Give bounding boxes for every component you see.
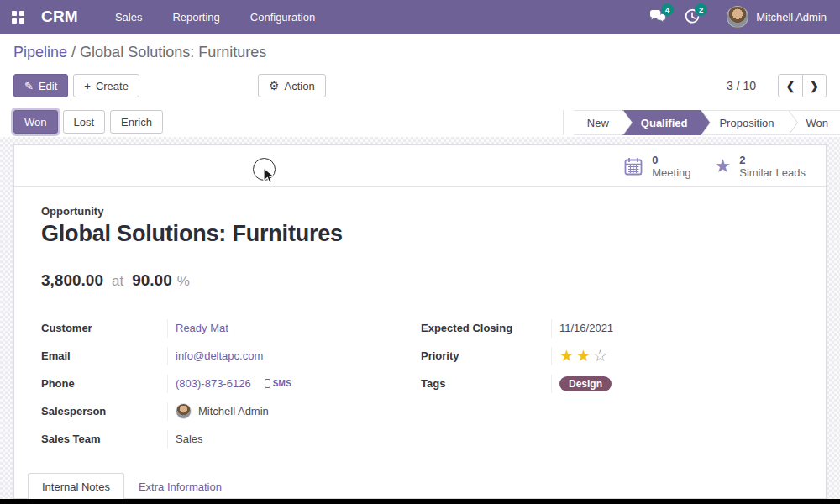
field-row-tags: Tags Design xyxy=(421,370,799,397)
pager-prev-button[interactable]: ❮ xyxy=(779,75,802,97)
calendar-icon xyxy=(623,156,643,176)
activities-icon[interactable]: 2 xyxy=(678,0,706,34)
priority-label: Priority xyxy=(421,349,551,362)
customer-link[interactable]: Ready Mat xyxy=(176,322,228,334)
tab-extra-information[interactable]: Extra Information xyxy=(124,473,236,501)
email-label: Email xyxy=(41,349,167,362)
chevron-right-icon: ❯ xyxy=(810,80,819,92)
main-background: 0 Meeting ★ 2 Similar Leads Opportunity … xyxy=(0,137,840,504)
email-link[interactable]: info@deltapc.com xyxy=(176,349,263,362)
field-row-phone: Phone (803)-873-6126 SMS xyxy=(41,370,421,397)
field-row-priority: Priority ★ ★ ☆ xyxy=(421,342,799,370)
percent-sign: % xyxy=(177,273,190,290)
pager-next-button[interactable]: ❯ xyxy=(802,75,826,97)
messages-count-badge: 4 xyxy=(661,3,674,16)
meeting-count: 0 xyxy=(652,154,690,166)
pager-buttons: ❮ ❯ xyxy=(778,74,827,97)
meeting-label: Meeting xyxy=(652,166,690,179)
expected-closing-label: Expected Closing xyxy=(421,322,551,334)
pipeline-stagebar: New Qualified Proposition Won xyxy=(563,110,840,135)
salesperson-avatar xyxy=(176,403,192,419)
similar-leads-count: 2 xyxy=(739,154,806,166)
stage-proposition[interactable]: Proposition xyxy=(701,110,787,135)
phone-link[interactable]: (803)-873-6126 xyxy=(176,377,251,390)
breadcrumb-current: Global Solutions: Furnitures xyxy=(80,44,266,60)
messages-icon[interactable]: 4 xyxy=(644,0,673,34)
breadcrumb-separator: / xyxy=(71,44,76,60)
at-word: at xyxy=(112,273,123,290)
mouse-cursor xyxy=(263,167,276,185)
priority-star-1[interactable]: ★ xyxy=(559,348,574,364)
action-menu-wrap: ⚙ Action xyxy=(258,74,326,97)
edit-button[interactable]: ✎ Edit xyxy=(13,74,68,97)
nav-item-configuration[interactable]: Configuration xyxy=(239,1,327,34)
app-brand[interactable]: CRM xyxy=(41,8,78,26)
mark-won-button[interactable]: Won xyxy=(13,110,58,134)
sms-label: SMS xyxy=(273,379,292,388)
field-row-salesperson: Salesperson Mitchell Admin xyxy=(41,397,421,425)
expected-revenue-row: 3,800.00 at 90.00 % xyxy=(41,271,799,290)
chevron-left-icon: ❮ xyxy=(786,80,795,92)
mobile-phone-icon xyxy=(265,379,270,388)
stage-qualified[interactable]: Qualified xyxy=(622,110,701,135)
status-action-buttons: Won Lost Enrich xyxy=(13,110,163,134)
stage-new[interactable]: New xyxy=(574,110,622,135)
opportunity-title: Global Solutions: Furnitures xyxy=(41,221,799,247)
opportunity-sheet: Opportunity Global Solutions: Furnitures… xyxy=(14,187,826,453)
field-row-expected-closing: Expected Closing 11/16/2021 xyxy=(421,314,799,342)
meeting-stat-button[interactable]: 0 Meeting xyxy=(612,145,702,186)
breadcrumb-pipeline-link[interactable]: Pipeline xyxy=(13,44,67,60)
plus-icon: + xyxy=(84,81,91,92)
crm-app-window: CRM Sales Reporting Configuration 4 2 xyxy=(0,0,840,504)
screen-bottom-letterbox xyxy=(0,499,840,504)
gear-icon: ⚙ xyxy=(269,81,280,92)
nav-item-reporting[interactable]: Reporting xyxy=(160,1,231,34)
stat-button-bar: 0 Meeting ★ 2 Similar Leads xyxy=(14,145,826,187)
tags-label: Tags xyxy=(421,377,551,390)
field-row-customer: Customer Ready Mat xyxy=(41,314,421,342)
field-column-left: Customer Ready Mat Email info@deltapc.co… xyxy=(41,314,421,453)
form-sheet: 0 Meeting ★ 2 Similar Leads Opportunity … xyxy=(13,144,827,499)
nav-item-sales[interactable]: Sales xyxy=(103,1,155,34)
pencil-icon: ✎ xyxy=(24,81,34,92)
apps-grid-icon[interactable] xyxy=(12,11,24,24)
field-row-sales-team: Sales Team Sales xyxy=(41,425,421,453)
field-row-email: Email info@deltapc.com xyxy=(41,342,421,370)
user-avatar xyxy=(727,6,748,28)
control-panel: Pipeline / Global Solutions: Furnitures … xyxy=(0,34,840,137)
mark-lost-button[interactable]: Lost xyxy=(63,110,106,134)
similar-leads-stat-text: 2 Similar Leads xyxy=(739,154,806,179)
priority-star-3[interactable]: ☆ xyxy=(593,348,607,364)
similar-leads-stat-button[interactable]: ★ 2 Similar Leads xyxy=(703,145,818,186)
priority-star-2[interactable]: ★ xyxy=(576,348,591,364)
pager-count: 3 / 10 xyxy=(727,79,756,92)
nav-menu: Sales Reporting Configuration xyxy=(103,1,327,34)
breadcrumb: Pipeline / Global Solutions: Furnitures xyxy=(13,44,266,61)
edit-create-buttons: ✎ Edit + Create xyxy=(13,74,139,97)
create-button[interactable]: + Create xyxy=(73,74,139,97)
record-type-label: Opportunity xyxy=(41,205,799,218)
expected-closing-value[interactable]: 11/16/2021 xyxy=(559,322,613,334)
expected-revenue: 3,800.00 xyxy=(41,271,103,290)
tag-design[interactable]: Design xyxy=(559,376,612,391)
enrich-button[interactable]: Enrich xyxy=(110,110,163,134)
probability-value: 90.00 xyxy=(132,271,172,290)
meeting-stat-text: 0 Meeting xyxy=(652,154,690,179)
top-navbar: CRM Sales Reporting Configuration 4 2 xyxy=(0,0,840,34)
nav-right-section: 4 2 Mitchell Admin xyxy=(644,0,840,34)
user-menu[interactable]: Mitchell Admin xyxy=(727,6,827,28)
phone-label: Phone xyxy=(41,377,167,390)
record-pager: 3 / 10 ❮ ❯ xyxy=(727,74,827,97)
tab-internal-notes[interactable]: Internal Notes xyxy=(28,473,124,501)
notebook-tabs: Internal Notes Extra Information xyxy=(14,473,826,501)
similar-leads-label: Similar Leads xyxy=(739,166,806,179)
action-button[interactable]: ⚙ Action xyxy=(258,74,326,97)
user-name: Mitchell Admin xyxy=(756,11,827,24)
send-sms-button[interactable]: SMS xyxy=(265,379,292,388)
field-column-right: Expected Closing 11/16/2021 Priority ★ ★… xyxy=(421,314,799,453)
field-group: Customer Ready Mat Email info@deltapc.co… xyxy=(41,314,799,453)
customer-label: Customer xyxy=(41,322,167,334)
star-icon: ★ xyxy=(715,157,732,176)
sales-team-value[interactable]: Sales xyxy=(176,433,203,445)
salesperson-name[interactable]: Mitchell Admin xyxy=(198,405,269,417)
